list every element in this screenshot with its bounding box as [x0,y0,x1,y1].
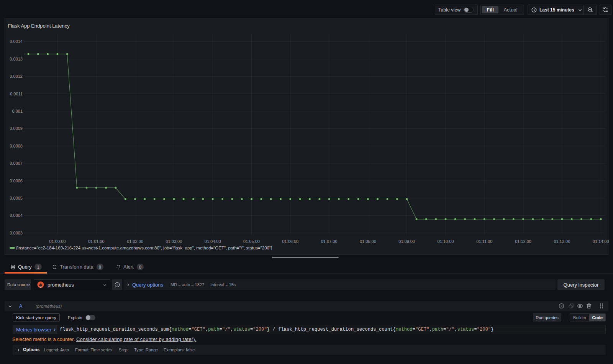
svg-text:0.0005: 0.0005 [10,196,23,200]
svg-text:01:05:00: 01:05:00 [243,239,260,244]
svg-text:0.0006: 0.0006 [10,179,23,183]
svg-text:?: ? [116,283,118,287]
svg-text:01:02:00: 01:02:00 [127,239,143,244]
svg-text:0.0012: 0.0012 [10,74,23,79]
svg-text:0.0003: 0.0003 [10,231,23,235]
svg-text:01:08:00: 01:08:00 [360,239,376,244]
svg-text:?: ? [561,304,562,308]
svg-text:01:01:00: 01:01:00 [88,239,105,244]
svg-text:0.0013: 0.0013 [10,57,23,61]
svg-text:0.0007: 0.0007 [10,161,23,166]
svg-text:01:00:00: 01:00:00 [49,239,66,244]
svg-text:01:13:00: 01:13:00 [554,239,570,244]
svg-text:0.0008: 0.0008 [10,144,23,148]
svg-text:0.0011: 0.0011 [10,92,23,96]
svg-text:01:07:00: 01:07:00 [321,239,338,244]
svg-text:0.0009: 0.0009 [10,126,23,131]
svg-text:01:04:00: 01:04:00 [205,239,221,244]
svg-text:0.0004: 0.0004 [10,213,23,218]
svg-text:01:03:00: 01:03:00 [166,239,182,244]
svg-text:01:14:00: 01:14:00 [593,239,609,244]
svg-text:01:11:00: 01:11:00 [476,239,492,244]
svg-text:01:09:00: 01:09:00 [398,239,415,244]
svg-text:0.001: 0.001 [12,109,23,113]
svg-text:01:10:00: 01:10:00 [438,239,454,244]
svg-text:01:12:00: 01:12:00 [515,239,531,244]
svg-text:0.0014: 0.0014 [10,39,23,44]
svg-text:01:06:00: 01:06:00 [282,239,298,244]
